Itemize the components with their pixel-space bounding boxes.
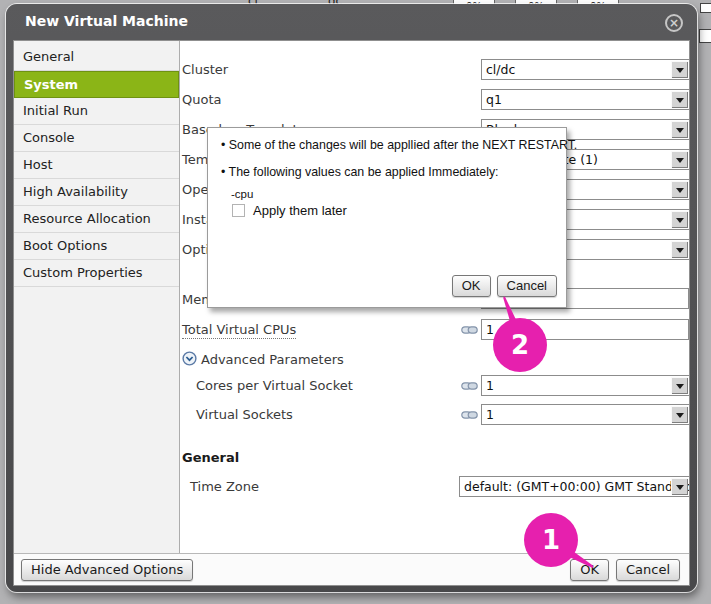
- dropdown-arrow-icon: [671, 61, 688, 78]
- close-icon[interactable]: ×: [665, 14, 683, 32]
- sidebar-item-custom-properties[interactable]: Custom Properties: [14, 260, 179, 287]
- dialog-title: New Virtual Machine: [25, 13, 188, 29]
- dropdown-arrow-icon: [671, 151, 688, 168]
- dialog-footer: Hide Advanced Options OK Cancel: [14, 553, 689, 585]
- cluster-label: Cluster: [182, 62, 228, 77]
- step-2-badge: 2: [493, 318, 547, 372]
- dropdown-arrow-icon: [671, 478, 688, 495]
- dropdown-arrow-icon: [671, 181, 688, 198]
- background-edge-box: [700, 3, 711, 13]
- advanced-parameters-label: Advanced Parameters: [201, 352, 344, 367]
- link-icon: [461, 325, 478, 335]
- popup-cancel-button[interactable]: Cancel: [497, 275, 557, 297]
- sidebar-item-boot-options[interactable]: Boot Options: [14, 233, 179, 260]
- sidebar-item-console[interactable]: Console: [14, 125, 179, 152]
- popup-immediate-value: -cpu: [231, 188, 253, 200]
- dialog-body: General System Initial Run Console Host …: [13, 40, 690, 586]
- virtual-sockets-select[interactable]: 1: [481, 404, 690, 425]
- apply-them-later-label: Apply them later: [253, 203, 347, 218]
- cores-per-socket-select-value: 1: [482, 376, 689, 395]
- sidebar-item-initial-run[interactable]: Initial Run: [14, 98, 179, 125]
- link-icon: [461, 381, 478, 391]
- screen: cl dc 0% 0% 0% New Virtual Machine × Gen…: [0, 0, 711, 604]
- dropdown-arrow-icon: [671, 377, 688, 394]
- popup-bullet-immediate: The following values can be applied Imme…: [221, 165, 499, 179]
- sidebar-item-host[interactable]: Host: [14, 152, 179, 179]
- general-section-header: General: [182, 450, 239, 465]
- total-virtual-cpus-label[interactable]: Total Virtual CPUs: [182, 322, 296, 339]
- sidebar-item-high-availability[interactable]: High Availability: [14, 179, 179, 206]
- quota-label: Quota: [182, 92, 222, 107]
- dropdown-arrow-icon: [671, 211, 688, 228]
- dropdown-arrow-icon: [671, 91, 688, 108]
- quota-select[interactable]: q1: [481, 89, 690, 110]
- link-icon: [461, 410, 478, 420]
- cluster-select[interactable]: cl/dc: [481, 59, 690, 80]
- time-zone-select[interactable]: default: (GMT+00:00) GMT Standard: [459, 476, 690, 497]
- apply-them-later-checkbox[interactable]: [232, 204, 245, 217]
- virtual-sockets-select-value: 1: [482, 405, 689, 424]
- cluster-select-value: cl/dc: [482, 60, 689, 79]
- dropdown-arrow-icon: [671, 241, 688, 258]
- background-edge-box: [699, 29, 711, 43]
- hide-advanced-options-button[interactable]: Hide Advanced Options: [21, 559, 193, 581]
- step-1-badge: 1: [524, 513, 578, 567]
- restart-confirmation-popup: Some of the changes will be appllied aft…: [207, 127, 567, 308]
- sidebar-item-general[interactable]: General: [14, 44, 179, 71]
- popup-ok-button[interactable]: OK: [452, 275, 491, 297]
- time-zone-select-value: default: (GMT+00:00) GMT Standard: [460, 477, 689, 496]
- sidebar-item-system[interactable]: System: [14, 71, 179, 98]
- ok-button[interactable]: OK: [570, 559, 609, 581]
- dropdown-arrow-icon: [671, 406, 688, 423]
- time-zone-label: Time Zone: [190, 479, 259, 494]
- cores-per-socket-select[interactable]: 1: [481, 375, 690, 396]
- cores-per-socket-label: Cores per Virtual Socket: [196, 378, 353, 393]
- dialog-title-bar: New Virtual Machine ×: [6, 4, 697, 40]
- virtual-sockets-label: Virtual Sockets: [196, 407, 293, 422]
- sidebar-item-resource-allocation[interactable]: Resource Allocation: [14, 206, 179, 233]
- popup-bullet-restart: Some of the changes will be appllied aft…: [221, 138, 577, 152]
- dialog-sidebar: General System Initial Run Console Host …: [14, 41, 180, 553]
- advanced-parameters-toggle-icon[interactable]: [182, 351, 197, 366]
- quota-select-value: q1: [482, 90, 689, 109]
- dropdown-arrow-icon: [671, 121, 688, 138]
- cancel-button[interactable]: Cancel: [616, 559, 680, 581]
